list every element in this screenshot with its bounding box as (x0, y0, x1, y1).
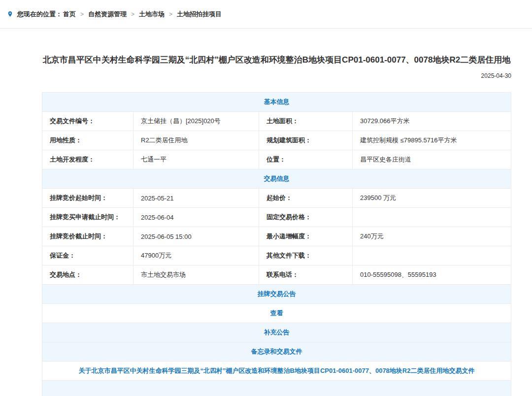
value-trade-place: 市土地交易市场 (133, 265, 259, 285)
table-row: 用地性质： R2二类居住用地 规划建筑面积： 建筑控制规模 ≤79895.571… (42, 131, 511, 150)
value-location: 昌平区史各庄街道 (353, 150, 511, 169)
table-row: 备忘录和交易文件 (42, 342, 511, 362)
table-row: 查看 (42, 304, 511, 323)
breadcrumb-separator: > (131, 11, 134, 18)
breadcrumb-natural-resources[interactable]: 自然资源管理 (88, 10, 127, 19)
value-planned-building-area: 建筑控制规模 ≤79895.5716平方米 (353, 131, 511, 150)
location-pin-icon (7, 10, 13, 18)
label-contact-phone: 联系电话： (259, 265, 353, 285)
table-row: 基本信息 (42, 93, 511, 112)
label-land-use: 用地性质： (42, 131, 133, 150)
table-row: 保证金： 47900万元 其他文件下载： (42, 246, 511, 265)
breadcrumb-land-auction-projects[interactable]: 土地招拍挂项目 (177, 10, 222, 19)
label-development-degree: 土地开发程度： (42, 150, 133, 169)
land-info-table: 基本信息 交易文件编号： 京土储挂（昌）[2025]020号 土地面积： 307… (42, 92, 511, 396)
value-development-degree: 七通一平 (133, 150, 259, 169)
page-title: 北京市昌平区中关村生命科学园三期及“北四村”棚户区改造和环境整治B地块项目CP0… (42, 53, 511, 66)
breadcrumb: 您现在的位置： 首页 > 自然资源管理 > 土地市场 > 土地招拍挂项目 (0, 0, 532, 29)
label-start-price: 起始价： (259, 189, 353, 208)
breadcrumb-separator: > (169, 11, 172, 18)
table-row: 挂牌竞价起始时间： 2025-05-21 起始价： 239500 万元 (42, 189, 511, 208)
value-contact-phone: 010-55595098、55595193 (353, 265, 511, 285)
table-row: 交易文件编号： 京土储挂（昌）[2025]020号 土地面积： 30729.06… (42, 112, 511, 131)
breadcrumb-land-market[interactable]: 土地市场 (139, 10, 165, 19)
table-row: 土地开发程度： 七通一平 位置： 昌平区史各庄街道 (42, 150, 511, 169)
breadcrumb-home[interactable]: 首页 (63, 10, 76, 19)
section-header-trade-info: 交易信息 (42, 169, 511, 189)
label-fixed-price: 固定交易价格： (259, 208, 353, 227)
table-row: 挂牌竞价截止时间： 2025-06-05 15:00 最小递增幅度： 240万元 (42, 227, 511, 246)
label-planned-building-area: 规划建筑面积： (259, 131, 353, 150)
label-bid-deadline: 挂牌竞价截止时间： (42, 227, 133, 246)
table-row: 交易信息 (42, 169, 511, 189)
section-header-memo-and-trade-docs: 备忘录和交易文件 (42, 342, 511, 362)
value-other-files (353, 246, 511, 265)
trade-document-link[interactable]: 关于北京市昌平区中关村生命科学园三期及“北四村”棚户区改造和环境整治B地块项目C… (42, 362, 511, 381)
breadcrumb-separator: > (80, 11, 84, 18)
label-min-increment: 最小递增幅度： (259, 227, 353, 246)
truncated-row-cell (42, 381, 511, 396)
value-fixed-price (353, 208, 511, 227)
label-doc-no: 交易文件编号： (42, 112, 133, 131)
table-row: 关于北京市昌平区中关村生命科学园三期及“北四村”棚户区改造和环境整治B地块项目C… (42, 362, 511, 381)
value-bid-deadline: 2025-06-05 15:00 (133, 227, 259, 246)
label-apply-deadline: 挂牌竞买申请截止时间： (42, 208, 133, 227)
table-row: 挂牌竞买申请截止时间： 2025-06-04 固定交易价格： (42, 208, 511, 227)
label-deposit: 保证金： (42, 246, 133, 265)
table-row: 补充公告 (42, 323, 511, 342)
section-header-supplementary-notice: 补充公告 (42, 323, 511, 342)
section-header-listing-notice: 挂牌交易公告 (42, 285, 511, 304)
value-apply-deadline: 2025-06-04 (133, 208, 259, 227)
truncated-next-row (42, 381, 511, 396)
publish-date: 2025-04-30 (42, 72, 511, 79)
label-other-files: 其他文件下载： (259, 246, 353, 265)
value-bid-start-time: 2025-05-21 (133, 189, 259, 208)
value-start-price: 239500 万元 (353, 189, 511, 208)
value-land-area: 30729.066平方米 (353, 112, 511, 131)
value-doc-no: 京土储挂（昌）[2025]020号 (133, 112, 259, 131)
value-land-use: R2二类居住用地 (133, 131, 259, 150)
label-location: 位置： (259, 150, 353, 169)
value-min-increment: 240万元 (353, 227, 511, 246)
label-land-area: 土地面积： (259, 112, 353, 131)
label-trade-place: 交易地点： (42, 265, 133, 285)
value-deposit: 47900万元 (133, 246, 259, 265)
label-bid-start-time: 挂牌竞价起始时间： (42, 189, 133, 208)
breadcrumb-prefix: 您现在的位置： (17, 10, 62, 19)
table-row: 交易地点： 市土地交易市场 联系电话： 010-55595098、5559519… (42, 265, 511, 285)
view-link[interactable]: 查看 (42, 304, 511, 323)
section-header-basic-info: 基本信息 (42, 93, 511, 112)
table-row: 挂牌交易公告 (42, 285, 511, 304)
main-content: 北京市昌平区中关村生命科学园三期及“北四村”棚户区改造和环境整治B地块项目CP0… (42, 29, 511, 396)
